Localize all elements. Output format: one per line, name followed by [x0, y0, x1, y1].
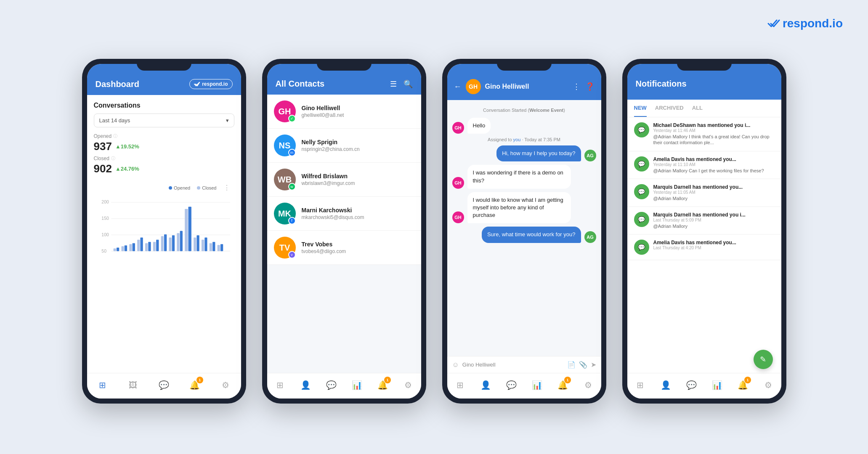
nav-settings[interactable]: ⚙: [581, 377, 596, 393]
notification-item[interactable]: 💬 Michael DeShawn has mentioned you i...…: [627, 117, 781, 151]
nav-messages[interactable]: 💬: [684, 377, 699, 393]
wechat-badge: w: [288, 183, 296, 190]
paperclip-icon[interactable]: 📎: [579, 361, 587, 369]
nav-settings[interactable]: ⚙: [761, 377, 776, 393]
svg-rect-28: [194, 238, 196, 251]
notif-icon: 💬: [634, 156, 649, 172]
more-options-icon[interactable]: ⋮: [573, 82, 580, 91]
svg-rect-18: [153, 242, 155, 251]
help-icon[interactable]: ❓: [585, 82, 595, 91]
contact-item[interactable]: TV v Trev Vobes tvobes4@diigo.com: [267, 231, 421, 265]
tab-archived[interactable]: ARCHIVED: [655, 100, 684, 117]
closed-stat: Closed ⓘ 902 ▲ 24.76%: [94, 156, 234, 175]
contact-item[interactable]: WB w Wilfred Brislawn wbrislawn3@imgur.c…: [267, 163, 421, 197]
facebook-badge: f: [288, 217, 296, 224]
fab-button[interactable]: ✎: [754, 350, 773, 369]
agent-avatar: AG: [584, 150, 596, 161]
nav-contacts[interactable]: 👤: [298, 377, 313, 393]
nav-analytics[interactable]: 📊: [709, 377, 725, 393]
nav-contacts[interactable]: 🖼: [125, 377, 141, 393]
contact-item[interactable]: GH ✓ Gino Helliwell ghelliwell0@a8.net: [267, 95, 421, 129]
svg-rect-22: [169, 238, 171, 251]
svg-rect-14: [137, 240, 140, 251]
respond-badge: respond.io: [189, 79, 232, 89]
chat-header-icons: ⋮ ❓: [573, 82, 595, 91]
attachment-icon[interactable]: 📄: [567, 361, 576, 369]
nav-settings[interactable]: ⚙: [218, 377, 233, 393]
nav-notifications[interactable]: 🔔 1: [555, 377, 570, 393]
nav-messages[interactable]: 💬: [156, 377, 171, 393]
notification-item[interactable]: 💬 Amelia Davis has mentioned you... Yest…: [627, 151, 781, 179]
chat-input[interactable]: Gino Helliwell: [462, 362, 564, 368]
svg-rect-16: [145, 243, 147, 251]
nav-analytics[interactable]: 📊: [529, 377, 544, 393]
sender-avatar: GH: [452, 177, 464, 189]
contact-avatar: MK f: [274, 203, 296, 224]
nav-home[interactable]: ⊞: [452, 377, 467, 393]
phones-container: Dashboard respond.io Conversations Last …: [0, 0, 868, 454]
assigned-message: Assigned to you · Today at 7:35 PM: [452, 137, 596, 142]
svg-rect-9: [116, 248, 119, 251]
svg-rect-32: [209, 243, 212, 251]
message-row: GH I was wondering if there is a demo on…: [452, 165, 596, 188]
svg-rect-21: [164, 235, 167, 251]
bar-chart: 200 150 100 50: [98, 195, 230, 262]
nav-home[interactable]: ⊞: [632, 377, 648, 393]
filter-icon[interactable]: ☰: [390, 79, 397, 89]
nav-contacts[interactable]: 👤: [658, 377, 673, 393]
nav-home[interactable]: ⊞: [272, 377, 287, 393]
phone-chat: ← GH Gino Helliwell ⋮ ❓ Conversation Sta…: [442, 59, 606, 404]
dashboard-content: Conversations Last 14 days ▾ Opened ⓘ 93…: [87, 95, 241, 373]
tab-new[interactable]: NEW: [634, 100, 647, 117]
notifications-tabs: NEW ARCHIVED ALL: [627, 100, 781, 117]
notch-2: [317, 59, 372, 71]
svg-rect-24: [177, 233, 179, 251]
contact-item[interactable]: NS m Nelly Sprigin nspringin2@china.com.…: [267, 129, 421, 163]
back-button[interactable]: ←: [454, 82, 462, 91]
chart-legend: Opened Closed ⋮: [98, 184, 230, 192]
notifications-title: Notifications: [636, 79, 773, 89]
nav-analytics[interactable]: 📊: [349, 377, 364, 393]
message-row: Hi, how may I help you today? AG: [452, 145, 596, 161]
nav-settings[interactable]: ⚙: [401, 377, 416, 393]
svg-rect-34: [217, 245, 220, 251]
svg-rect-20: [161, 236, 163, 251]
sender-avatar: GH: [452, 211, 464, 223]
conversation-started: Conversation Started (Welcome Event): [452, 108, 596, 113]
nav-home[interactable]: ⊞: [95, 377, 110, 393]
contact-item[interactable]: MK f Marni Karchowski mkarchowski5@disqu…: [267, 197, 421, 231]
nav-notifications[interactable]: 🔔 1: [187, 377, 202, 393]
nav-messages[interactable]: 💬: [504, 377, 519, 393]
notification-item[interactable]: 💬 Marquis Darnell has mentioned you... Y…: [627, 179, 781, 207]
whatsapp-badge: ✓: [288, 115, 296, 122]
message-bubble: Hello: [467, 118, 491, 134]
svg-rect-11: [124, 245, 127, 251]
tab-all[interactable]: ALL: [692, 100, 703, 117]
sender-avatar: GH: [452, 122, 464, 134]
brand-logo: respond.io: [767, 17, 843, 30]
svg-rect-13: [132, 243, 135, 251]
nav-contacts[interactable]: 👤: [478, 377, 493, 393]
conversations-title: Conversations: [94, 102, 234, 109]
date-selector[interactable]: Last 14 days ▾: [94, 114, 234, 127]
svg-rect-10: [121, 246, 124, 251]
send-icon[interactable]: ➤: [591, 361, 596, 369]
opened-stat: Opened ⓘ 937 ▲ 19.52%: [94, 133, 234, 153]
emoji-icon[interactable]: ☺: [452, 361, 459, 369]
nav-messages[interactable]: 💬: [324, 377, 339, 393]
chat-contact-avatar: GH: [466, 79, 481, 94]
svg-text:100: 100: [101, 232, 109, 237]
message-row: GH Hello: [452, 118, 596, 134]
notif-icon: 💬: [634, 122, 649, 137]
search-icon[interactable]: 🔍: [403, 79, 413, 89]
contacts-header-icons: ☰ 🔍: [390, 79, 413, 89]
contact-avatar: WB w: [274, 169, 296, 190]
nav-notifications[interactable]: 🔔 1: [735, 377, 750, 393]
phone-contacts: All Contacts ☰ 🔍 GH ✓ Gino Helliwell ghe…: [262, 59, 426, 404]
notification-item[interactable]: 💬 Amelia Davis has mentioned you... Last…: [627, 235, 781, 260]
dashboard-title: Dashboard: [96, 79, 139, 89]
nav-notifications[interactable]: 🔔 1: [375, 377, 390, 393]
notif-icon: 💬: [634, 184, 649, 199]
notification-item[interactable]: 💬 Marquis Darnell has mentioned you i...…: [627, 207, 781, 235]
svg-rect-26: [185, 209, 188, 251]
